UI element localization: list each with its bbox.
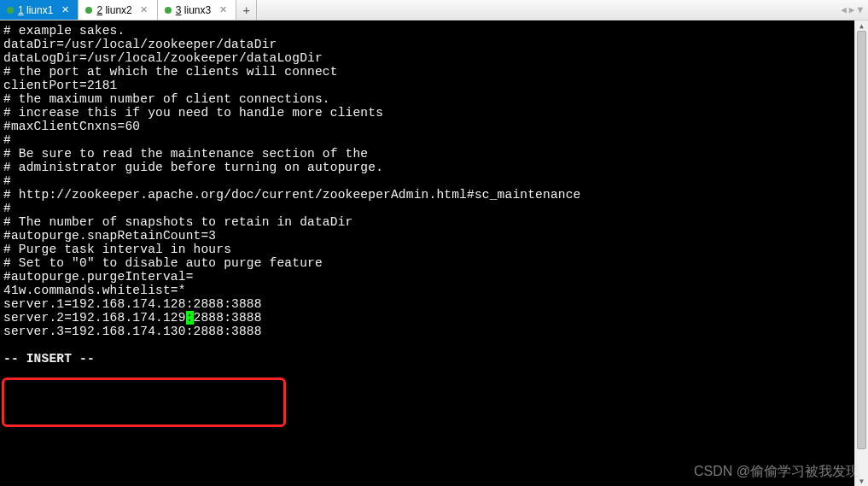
terminal-line (3, 338, 851, 352)
tab-menu-icon[interactable]: ▼ (857, 4, 863, 15)
terminal-line: # Set to "0" to disable auto purge featu… (3, 256, 851, 270)
tab-nav: ◀ ▶ ▼ (836, 0, 868, 20)
terminal-line: # Purge task interval in hours (3, 243, 851, 256)
terminal-line: # (3, 174, 851, 188)
terminal-line: #autopurge.purgeInterval= (3, 270, 851, 284)
terminal[interactable]: # example sakes.dataDir=/usr/local/zooke… (0, 20, 854, 486)
modified-dot-icon (85, 7, 92, 14)
tab-label: 3 liunx3 (176, 4, 211, 16)
terminal-line: server.2=192.168.174.129:2888:3888 (3, 311, 851, 325)
terminal-line: # Be sure to read the maintenance sectio… (3, 147, 851, 161)
tab-liunx3[interactable]: 3 liunx3 ✕ (158, 0, 236, 20)
terminal-line: dataLogDir=/usr/local/zookeeper/dataLogD… (3, 51, 851, 65)
terminal-line: # (3, 202, 851, 215)
scroll-down-icon[interactable]: ▼ (855, 476, 868, 486)
tab-label: 2 liunx2 (96, 4, 131, 16)
terminal-cursor: : (186, 311, 194, 325)
tab-liunx1[interactable]: 1 liunx1 ✕ (0, 0, 79, 20)
terminal-line: # (3, 133, 851, 147)
tab-liunx2[interactable]: 2 liunx2 ✕ (79, 0, 157, 20)
terminal-line: 41w.commands.whitelist=* (3, 284, 851, 297)
tab-bar: 1 liunx1 ✕ 2 liunx2 ✕ 3 liunx3 ✕ + ◀ ▶ ▼ (0, 0, 868, 20)
terminal-line: #maxClientCnxns=60 (3, 120, 851, 133)
tab-label: 1 liunx1 (18, 4, 53, 16)
terminal-area: # example sakes.dataDir=/usr/local/zooke… (0, 20, 868, 486)
terminal-line: # the maximum number of client connectio… (3, 92, 851, 106)
terminal-line: dataDir=/usr/local/zookeeper/dataDir (3, 38, 851, 51)
add-tab-button[interactable]: + (236, 0, 257, 20)
tab-prev-icon[interactable]: ◀ (841, 4, 847, 15)
close-icon[interactable]: ✕ (138, 4, 150, 16)
terminal-line: # http://zookeeper.apache.org/doc/curren… (3, 188, 851, 202)
terminal-line: server.3=192.168.174.130:2888:3888 (3, 325, 851, 338)
modified-dot-icon (165, 7, 172, 14)
close-icon[interactable]: ✕ (59, 4, 71, 16)
terminal-line: server.1=192.168.174.128:2888:3888 (3, 297, 851, 311)
terminal-line: # example sakes. (3, 24, 851, 38)
modified-dot-icon (7, 7, 14, 14)
terminal-line: clientPort=2181 (3, 79, 851, 92)
terminal-line: # The number of snapshots to retain in d… (3, 215, 851, 229)
vim-status-line: -- INSERT -- (3, 352, 851, 366)
vertical-scrollbar[interactable]: ▲ ▼ (854, 20, 868, 486)
terminal-line: # the port at which the clients will con… (3, 65, 851, 79)
scroll-up-icon[interactable]: ▲ (855, 20, 868, 31)
tab-next-icon[interactable]: ▶ (849, 4, 855, 15)
close-icon[interactable]: ✕ (217, 4, 229, 16)
terminal-line: # administrator guide before turning on … (3, 161, 851, 174)
terminal-line: # increase this if you need to handle mo… (3, 106, 851, 120)
scrollbar-thumb[interactable] (857, 31, 866, 449)
terminal-line: #autopurge.snapRetainCount=3 (3, 229, 851, 243)
